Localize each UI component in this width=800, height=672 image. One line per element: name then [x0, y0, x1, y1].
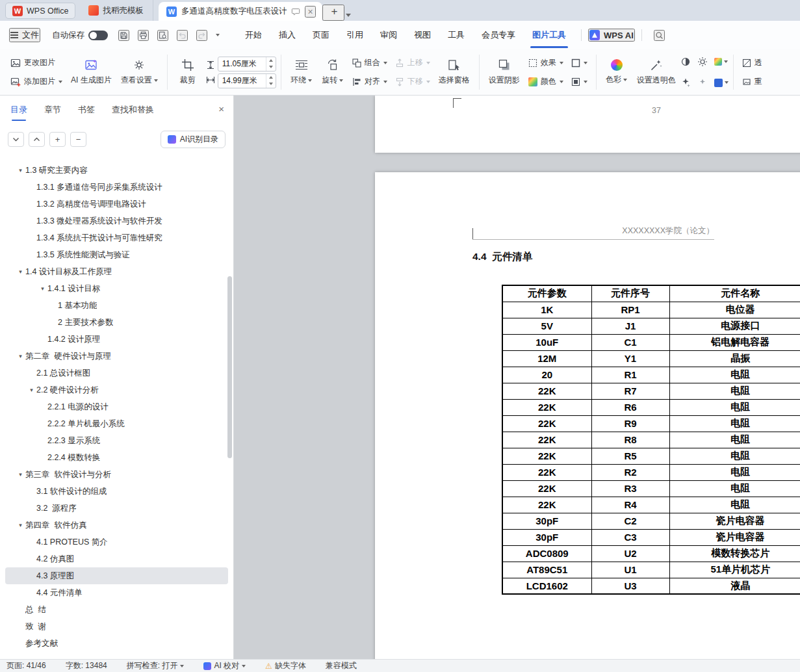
- toc-item[interactable]: ▾ 第三章 软件设计与分析: [5, 466, 228, 483]
- align-button[interactable]: 对齐: [348, 73, 391, 90]
- picture-height-value[interactable]: 11.05厘米: [218, 58, 266, 70]
- sidebar-panel-tab[interactable]: 书签: [78, 101, 95, 118]
- view-settings-button[interactable]: 查看设置: [116, 52, 162, 92]
- send-backward-button[interactable]: 下移: [391, 73, 434, 90]
- group-button[interactable]: 组合: [348, 55, 391, 71]
- height-stepper[interactable]: [266, 57, 276, 71]
- undo-icon[interactable]: [177, 30, 188, 41]
- picture-border-button[interactable]: [567, 55, 591, 71]
- ribbon-tab[interactable]: 会员专享: [473, 21, 524, 49]
- toc-expand-caret-icon[interactable]: ▾: [38, 285, 47, 292]
- toc-item[interactable]: 1.3.2 高精度信号调理电路设计: [5, 196, 228, 213]
- picture-height-input[interactable]: 11.05厘米: [218, 57, 276, 71]
- undo-history-chevron-icon[interactable]: [216, 34, 220, 36]
- brightness-icon[interactable]: [697, 53, 708, 70]
- toc-item[interactable]: ▾ 1.3 研究主要内容: [5, 162, 228, 179]
- toc-expand-caret-icon[interactable]: ▾: [16, 167, 25, 174]
- toc-item[interactable]: 1.3.5 系统性能测试与验证: [5, 246, 228, 263]
- search-icon[interactable]: [654, 30, 665, 41]
- toc-item[interactable]: 2.1 总设计框图: [5, 365, 228, 381]
- contrast-icon[interactable]: [680, 53, 691, 70]
- sidebar-panel-tab[interactable]: 目录: [10, 101, 27, 118]
- shadow-button[interactable]: 设置阴影: [484, 52, 524, 92]
- comment-bubble-icon[interactable]: [291, 7, 300, 16]
- toc-item[interactable]: 4.1 PROTEUS 简介: [5, 534, 228, 550]
- toc-item[interactable]: 总 结: [5, 601, 228, 618]
- zoom-in-level-button[interactable]: +: [49, 132, 66, 147]
- expand-all-button[interactable]: [8, 132, 24, 147]
- autosave-toggle[interactable]: [88, 31, 108, 40]
- redo-icon[interactable]: [196, 30, 207, 41]
- toc-item[interactable]: 2.2.2 单片机最小系统: [5, 415, 228, 432]
- toc-item[interactable]: 2 主要技术参数: [5, 314, 228, 331]
- ribbon-tab[interactable]: 工具: [439, 21, 473, 49]
- toc-item[interactable]: 1.3.4 系统抗干扰设计与可靠性研究: [5, 229, 228, 246]
- close-tab-icon[interactable]: ×: [305, 6, 315, 18]
- toc-item[interactable]: 2.2.1 电源的设计: [5, 398, 228, 415]
- tone-button[interactable]: 色彩: [601, 52, 632, 92]
- sidebar-panel-tab[interactable]: 查找和替换: [112, 101, 154, 118]
- toc-item[interactable]: ▾ 第四章 软件仿真: [5, 517, 228, 534]
- toc-item[interactable]: 3.1 软件设计的组成: [5, 483, 228, 500]
- toc-item[interactable]: ▾ 1.4.1 设计目标: [5, 280, 228, 297]
- toc-item[interactable]: ▾ 第二章 硬件设计与原理: [5, 348, 228, 365]
- missing-font-warning[interactable]: ⚠ 缺失字体: [265, 660, 306, 671]
- toc-expand-caret-icon[interactable]: ▾: [27, 387, 36, 393]
- sidebar-panel-tab[interactable]: 章节: [44, 101, 61, 118]
- toc-item[interactable]: 4.3 原理图: [5, 567, 228, 584]
- document-canvas[interactable]: 37 XXXXXXXX学院（论文） 4.4 元件清单 元件参数 元件序号: [234, 96, 800, 659]
- color-button[interactable]: 颜色: [524, 73, 567, 90]
- toc-item[interactable]: 1.3.1 多通道信号同步采集系统设计: [5, 179, 228, 196]
- close-panel-icon[interactable]: ×: [218, 103, 224, 114]
- sharpen-icon[interactable]: [680, 74, 691, 91]
- toc-expand-caret-icon[interactable]: ▾: [16, 471, 25, 478]
- bring-forward-button[interactable]: 上移: [391, 55, 434, 71]
- new-tab-button[interactable]: +: [322, 5, 344, 21]
- toc-item[interactable]: 1.4.2 设计原理: [5, 331, 228, 348]
- reset-picture-button-clipped[interactable]: 重: [738, 73, 766, 90]
- toc-item[interactable]: 4.4 元件清单: [5, 584, 228, 601]
- ribbon-tab[interactable]: 页面: [304, 21, 338, 49]
- change-picture-button[interactable]: 更改图片: [6, 55, 66, 71]
- sidebar-scrollbar-thumb[interactable]: [227, 276, 232, 458]
- docer-template-tab[interactable]: 找稻壳模板: [79, 0, 153, 21]
- ribbon-tab[interactable]: 引用: [338, 21, 372, 49]
- toc-item[interactable]: ▾ 2.2 硬件设计分析: [5, 381, 228, 398]
- toc-item[interactable]: 3.2 源程序: [5, 500, 228, 517]
- toc-item[interactable]: 2.2.3 显示系统: [5, 432, 228, 449]
- recolor-button[interactable]: [714, 74, 729, 91]
- ribbon-tab[interactable]: 图片工具: [524, 21, 574, 49]
- toc-expand-caret-icon[interactable]: ▾: [16, 522, 25, 528]
- autosave-control[interactable]: 自动保存: [52, 30, 108, 41]
- toc-item[interactable]: 1 基本功能: [5, 297, 228, 314]
- print-icon[interactable]: [138, 30, 149, 41]
- artistic-effects-button[interactable]: [714, 53, 728, 70]
- zoom-out-level-button[interactable]: −: [70, 132, 86, 147]
- text-wrap-button[interactable]: 环绕: [286, 52, 317, 92]
- tab-list-chevron-icon[interactable]: [346, 14, 351, 17]
- picture-outline-button[interactable]: [567, 73, 591, 90]
- ribbon-tab[interactable]: 视图: [406, 21, 439, 49]
- toc-item[interactable]: 2.2.4 模数转换: [5, 449, 228, 466]
- file-menu-button[interactable]: 文件: [9, 28, 40, 42]
- toc-item[interactable]: ▾ 1.4 设计目标及工作原理: [5, 263, 228, 280]
- toc-item[interactable]: 致 谢: [5, 618, 228, 635]
- document-tab[interactable]: W 多通道高精度数字电压表设计 ×: [159, 2, 322, 21]
- save-icon[interactable]: [118, 30, 129, 41]
- transparency-button-clipped[interactable]: 透: [738, 55, 766, 71]
- toc-item[interactable]: 4.2 仿真图: [5, 550, 228, 567]
- add-picture-button[interactable]: 添加图片: [6, 73, 66, 90]
- ribbon-tab[interactable]: 开始: [237, 21, 270, 49]
- rotate-button[interactable]: 旋转: [317, 52, 348, 92]
- toc-item[interactable]: 1.3.3 微处理器系统设计与软件开发: [5, 213, 228, 229]
- soften-icon[interactable]: [697, 74, 708, 91]
- ai-generate-picture-button[interactable]: AI 生成图片: [66, 52, 116, 92]
- spellcheck-status[interactable]: 拼写检查: 打开: [127, 660, 185, 671]
- wps-home-button[interactable]: W WPS Office: [5, 3, 75, 19]
- width-stepper[interactable]: [266, 74, 276, 88]
- picture-width-input[interactable]: 14.99厘米: [218, 73, 276, 88]
- toc-expand-caret-icon[interactable]: ▾: [16, 268, 25, 275]
- toc-item[interactable]: 参考文献: [5, 635, 228, 652]
- collapse-all-button[interactable]: [29, 132, 45, 147]
- ribbon-tab[interactable]: 审阅: [372, 21, 406, 49]
